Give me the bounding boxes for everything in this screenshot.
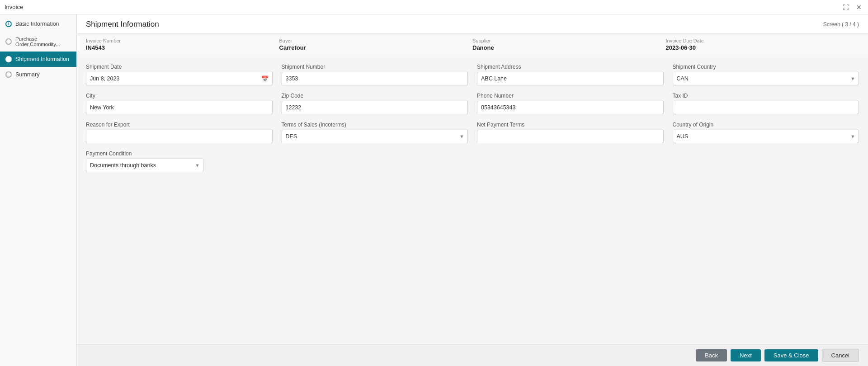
- invoice-due-date-label: Invoice Due Date: [666, 38, 859, 43]
- shipment-number-input[interactable]: [282, 72, 468, 85]
- country-of-origin-label: Country of Origin: [673, 122, 859, 128]
- city-input[interactable]: [86, 101, 273, 114]
- city-label: City: [86, 93, 273, 99]
- info-invoice-number: Invoice Number IN4543: [86, 38, 279, 51]
- country-of-origin-select[interactable]: AUS CAN USA GBR FRA DEU: [673, 130, 859, 143]
- tax-id-label: Tax ID: [673, 93, 859, 99]
- buyer-value: Carrefour: [279, 44, 473, 51]
- phone-number-label: Phone Number: [477, 93, 664, 99]
- form-area: Shipment Date Jun 8, 2023 📅 Shipment Num…: [77, 55, 868, 344]
- form-row-2: City Zip Code Phone Number Tax ID: [86, 93, 859, 114]
- form-row-4: Payment Condition Documents through bank…: [86, 150, 859, 172]
- save-close-button[interactable]: Save & Close: [764, 349, 818, 361]
- info-buyer: Buyer Carrefour: [279, 38, 473, 51]
- content-area: Shipment Information Screen ( 3 / 4 ) In…: [77, 14, 868, 366]
- terms-of-sales-select[interactable]: DES FOB CIF EXW DAP DDP: [282, 130, 468, 143]
- form-group-country-of-origin: Country of Origin AUS CAN USA GBR FRA DE…: [673, 122, 859, 143]
- terms-of-sales-label: Terms of Sales (Incoterms): [282, 122, 468, 128]
- info-bar: Invoice Number IN4543 Buyer Carrefour Su…: [77, 34, 868, 55]
- net-payment-terms-input[interactable]: [477, 130, 664, 143]
- form-group-zip-code: Zip Code: [282, 93, 468, 114]
- footer: Back Next Save & Close Cancel: [77, 344, 868, 366]
- country-of-origin-select-wrapper: AUS CAN USA GBR FRA DEU ▼: [673, 130, 859, 143]
- form-group-payment-condition: Payment Condition Documents through bank…: [86, 150, 203, 172]
- payment-condition-select-wrapper: Documents through banks Cash in advance …: [86, 159, 203, 172]
- form-row-1: Shipment Date Jun 8, 2023 📅 Shipment Num…: [86, 64, 859, 85]
- sidebar-item-basic-information-icon: i: [5, 21, 12, 27]
- back-button[interactable]: Back: [696, 349, 727, 361]
- sidebar-item-basic-information-label: Basic Information: [15, 21, 59, 27]
- sidebar-item-summary-label: Summary: [15, 71, 39, 78]
- tax-id-input[interactable]: [673, 101, 859, 114]
- shipment-country-select[interactable]: CAN USA GBR AUS FRA DEU: [673, 72, 859, 85]
- form-group-reason-export: Reason for Export: [86, 122, 273, 143]
- sidebar-item-purchase-order[interactable]: Purchase Order,Commodity...: [0, 32, 76, 52]
- reason-export-input[interactable]: [86, 130, 273, 143]
- shipment-date-input-wrapper[interactable]: Jun 8, 2023 📅: [86, 72, 273, 85]
- shipment-date-label: Shipment Date: [86, 64, 273, 70]
- form-group-empty-1: [212, 150, 422, 172]
- form-group-terms-of-sales: Terms of Sales (Incoterms) DES FOB CIF E…: [282, 122, 468, 143]
- shipment-date-value: Jun 8, 2023: [90, 75, 119, 82]
- form-group-shipment-country: Shipment Country CAN USA GBR AUS FRA DEU…: [673, 64, 859, 85]
- form-group-net-payment-terms: Net Payment Terms: [477, 122, 664, 143]
- window-title-bar: Invoice ⛶ ✕: [0, 0, 868, 14]
- zip-code-label: Zip Code: [282, 93, 468, 99]
- invoice-due-date-value: 2023-06-30: [666, 44, 859, 51]
- supplier-label: Supplier: [472, 38, 666, 43]
- sidebar-item-shipment-information-label: Shipment Information: [15, 56, 69, 62]
- content-header: Shipment Information Screen ( 3 / 4 ): [77, 14, 868, 34]
- shipment-address-input[interactable]: [477, 72, 664, 85]
- maximize-button[interactable]: ⛶: [841, 3, 851, 12]
- reason-export-label: Reason for Export: [86, 122, 273, 128]
- payment-condition-label: Payment Condition: [86, 150, 203, 157]
- form-group-shipment-date: Shipment Date Jun 8, 2023 📅: [86, 64, 273, 85]
- form-group-empty-2: [431, 150, 640, 172]
- sidebar-item-basic-information[interactable]: i Basic Information: [0, 16, 76, 32]
- screen-indicator: Screen ( 3 / 4 ): [823, 21, 859, 28]
- sidebar-item-shipment-information[interactable]: Shipment Information: [0, 52, 76, 67]
- shipment-number-label: Shipment Number: [282, 64, 468, 70]
- shipment-address-label: Shipment Address: [477, 64, 664, 70]
- form-group-shipment-number: Shipment Number: [282, 64, 468, 85]
- calendar-icon[interactable]: 📅: [261, 75, 269, 82]
- buyer-label: Buyer: [279, 38, 473, 43]
- info-invoice-due-date: Invoice Due Date 2023-06-30: [666, 38, 859, 51]
- info-supplier: Supplier Danone: [472, 38, 666, 51]
- next-button[interactable]: Next: [731, 349, 761, 361]
- close-button[interactable]: ✕: [854, 3, 863, 12]
- form-group-phone-number: Phone Number: [477, 93, 664, 114]
- form-group-empty-3: [650, 150, 859, 172]
- form-group-shipment-address: Shipment Address: [477, 64, 664, 85]
- sidebar-item-summary[interactable]: Summary: [0, 67, 76, 82]
- phone-number-input[interactable]: [477, 101, 664, 114]
- shipment-country-label: Shipment Country: [673, 64, 859, 70]
- form-group-city: City: [86, 93, 273, 114]
- form-group-tax-id: Tax ID: [673, 93, 859, 114]
- sidebar-item-purchase-order-icon: [5, 38, 12, 45]
- sidebar-item-shipment-information-icon: [5, 56, 12, 62]
- cancel-button[interactable]: Cancel: [822, 349, 859, 362]
- sidebar-item-summary-icon: [5, 71, 12, 78]
- supplier-value: Danone: [472, 44, 666, 51]
- sidebar: i Basic Information Purchase Order,Commo…: [0, 14, 77, 366]
- page-title-row: Shipment Information Screen ( 3 / 4 ): [86, 20, 859, 33]
- net-payment-terms-label: Net Payment Terms: [477, 122, 664, 128]
- payment-condition-select[interactable]: Documents through banks Cash in advance …: [86, 159, 203, 172]
- sidebar-item-purchase-order-label: Purchase Order,Commodity...: [15, 36, 71, 47]
- main-layout: i Basic Information Purchase Order,Commo…: [0, 14, 868, 366]
- invoice-number-value: IN4543: [86, 44, 279, 51]
- terms-of-sales-select-wrapper: DES FOB CIF EXW DAP DDP ▼: [282, 130, 468, 143]
- page-title: Shipment Information: [86, 20, 159, 29]
- window-controls: ⛶ ✕: [841, 3, 863, 12]
- invoice-number-label: Invoice Number: [86, 38, 279, 43]
- shipment-country-select-wrapper: CAN USA GBR AUS FRA DEU ▼: [673, 72, 859, 85]
- zip-code-input[interactable]: [282, 101, 468, 114]
- window-title: Invoice: [5, 4, 23, 10]
- form-row-3: Reason for Export Terms of Sales (Incote…: [86, 122, 859, 143]
